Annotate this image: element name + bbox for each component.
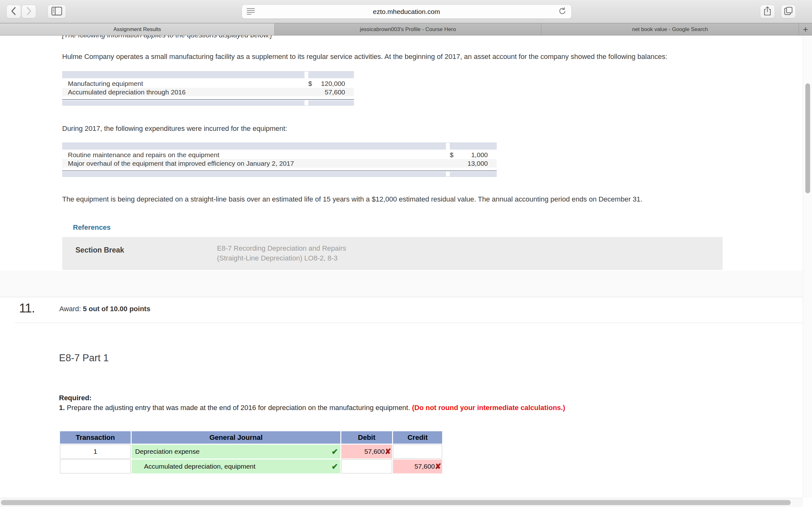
incorrect-x-icon: ✘ [435, 462, 441, 471]
tab-label: jessicabrown003's Profile - Course Hero [360, 26, 456, 33]
intro-paragraph: Hulme Company operates a small manufactu… [62, 52, 801, 61]
journal-row: Accumulated depreciation, equipment ✔ 57… [60, 459, 442, 473]
currency-symbol [450, 159, 461, 168]
expenditures-table: Routine maintenance and repairs on the e… [62, 143, 497, 177]
correct-check-icon: ✔ [332, 447, 338, 456]
browser-toolbar: ezto.mheducation.com [0, 0, 812, 23]
account-cell[interactable]: Accumulated depreciation, equipment ✔ [132, 459, 340, 473]
tab-google-search[interactable]: net book value - Google Search [542, 23, 799, 35]
row-amount: 1,000 [461, 151, 497, 159]
journal-row: 1 Depreciation expense ✔ 57,600 ✘ [60, 445, 442, 458]
horizontal-scrollbar-thumb[interactable] [1, 500, 791, 505]
question-number: 11. [19, 301, 35, 315]
account-name: Depreciation expense [135, 448, 200, 455]
transaction-cell: 1 [60, 445, 131, 458]
row-label: Routine maintenance and repairs on the e… [62, 151, 450, 159]
tab-label: net book value - Google Search [632, 26, 708, 33]
row-label: Accumulated depreciation through 2016 [62, 88, 308, 96]
tab-label: Assignment Results [113, 26, 161, 33]
currency-symbol [308, 88, 319, 96]
required-label: Required: [59, 394, 92, 402]
item-warning: (Do not round your intermediate calculat… [412, 404, 565, 412]
references-link[interactable]: References [73, 223, 111, 232]
reader-icon[interactable] [247, 8, 255, 16]
plus-icon: + [803, 24, 808, 35]
journal-table: Transaction General Journal Debit Credit… [59, 430, 443, 474]
section-break-line1: E8-7 Recording Depreciation and Repairs [217, 243, 346, 253]
award-label: Award: [59, 305, 81, 313]
section-break-description: E8-7 Recording Depreciation and Repairs … [217, 237, 346, 270]
section-break-line2: (Straight-Line Depreciation) LO8-2, 8-3 [217, 253, 346, 263]
section-break-row: Section Break E8-7 Recording Depreciatio… [62, 237, 722, 270]
reload-icon[interactable] [558, 7, 567, 17]
tab-bar: Assignment Results jessicabrown003's Pro… [0, 23, 812, 36]
vertical-scrollbar-thumb[interactable] [805, 83, 810, 193]
table-row: Manufacturing equipment $ 120,000 [62, 79, 354, 88]
row-label: Major overhaul of the equipment that imp… [62, 159, 450, 168]
credit-value: 57,600 [415, 463, 435, 470]
balances-table: Manufacturing equipment $ 120,000 Accumu… [62, 71, 354, 106]
header-general-journal: General Journal [132, 431, 340, 444]
sidebar-button[interactable] [48, 5, 66, 18]
chevron-left-icon [10, 7, 17, 17]
url-text: ezto.mheducation.com [255, 8, 558, 15]
debit-cell[interactable] [341, 459, 392, 473]
depreciation-paragraph: The equipment is being depreciated on a … [62, 195, 801, 204]
table-row: Major overhaul of the equipment that imp… [62, 159, 497, 168]
correct-check-icon: ✔ [332, 462, 338, 471]
tab-course-hero[interactable]: jessicabrown003's Profile - Course Hero [275, 23, 542, 35]
scrollbar-corner [803, 498, 812, 507]
section-divider-strip [0, 271, 803, 297]
header-debit: Debit [341, 431, 392, 444]
incorrect-x-icon: ✘ [385, 447, 391, 456]
account-cell[interactable]: Depreciation expense ✔ [132, 445, 340, 458]
item-text: Prepare the adjusting entry that was mad… [65, 404, 412, 412]
row-amount: 57,600 [319, 88, 354, 96]
back-button[interactable] [6, 5, 21, 18]
debit-cell[interactable]: 57,600 ✘ [341, 445, 392, 458]
table-row: Accumulated depreciation through 2016 57… [62, 88, 354, 96]
award-value: 5 out of 10.00 points [83, 305, 150, 313]
journal-header-row: Transaction General Journal Debit Credit [60, 431, 442, 444]
table-row: Routine maintenance and repairs on the e… [62, 151, 497, 159]
forward-button[interactable] [21, 5, 36, 18]
url-bar[interactable]: ezto.mheducation.com [242, 4, 571, 19]
credit-cell[interactable]: 57,600 ✘ [393, 459, 442, 473]
tab-overview-button[interactable] [781, 5, 796, 18]
part-title: E8-7 Part 1 [59, 352, 109, 364]
share-icon [763, 6, 771, 17]
credit-cell[interactable] [393, 445, 442, 458]
new-tab-button[interactable]: + [799, 23, 812, 35]
row-label: Manufacturing equipment [62, 79, 308, 88]
header-credit: Credit [393, 431, 442, 444]
debit-value: 57,600 [364, 448, 385, 455]
currency-symbol: $ [308, 79, 319, 88]
page-content: [The following information applies to th… [0, 36, 803, 498]
account-name: Accumulated depreciation, equipment [135, 463, 255, 470]
sidebar-icon [51, 7, 62, 17]
info-header-clipped: [The following information applies to th… [62, 36, 272, 39]
vertical-scrollbar-track[interactable] [803, 36, 812, 498]
transaction-cell [60, 459, 131, 473]
share-button[interactable] [760, 5, 775, 18]
row-amount: 13,000 [461, 159, 497, 168]
header-transaction: Transaction [60, 431, 131, 444]
tab-overview-icon [784, 6, 793, 17]
tab-assignment-results[interactable]: Assignment Results [0, 23, 275, 35]
required-item: 1. Prepare the adjusting entry that was … [59, 404, 757, 412]
row-amount: 120,000 [319, 79, 354, 88]
horizontal-scrollbar-track[interactable] [0, 498, 803, 507]
chevron-right-icon [26, 7, 32, 17]
divider [14, 323, 803, 323]
item-number: 1. [59, 404, 65, 412]
currency-symbol: $ [450, 151, 461, 159]
section-break-label: Section Break [62, 237, 217, 270]
award-text: Award: 5 out of 10.00 points [59, 305, 150, 313]
expenditures-paragraph: During 2017, the following expenditures … [62, 124, 801, 133]
